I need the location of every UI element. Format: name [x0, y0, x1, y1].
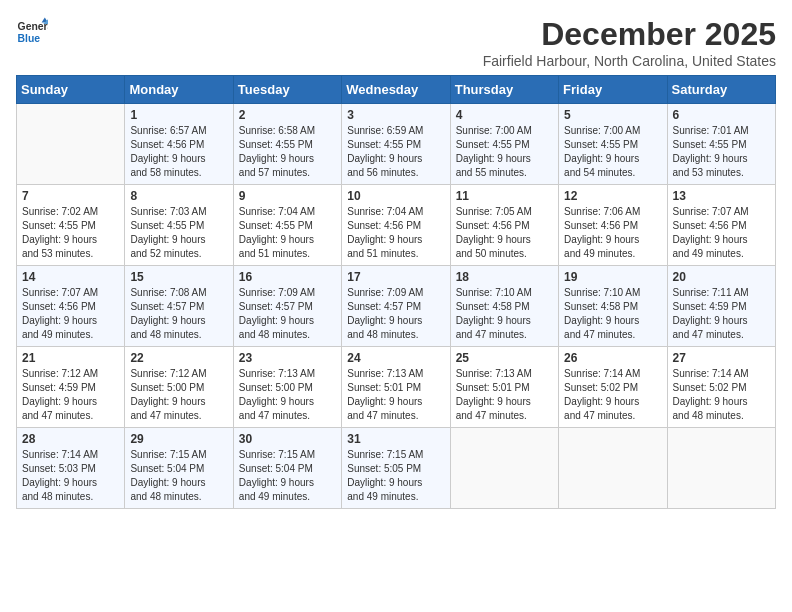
cell-info: Daylight: 9 hours: [564, 395, 661, 409]
cell-info: and 54 minutes.: [564, 166, 661, 180]
cell-info: Daylight: 9 hours: [673, 152, 770, 166]
cell-info: and 53 minutes.: [22, 247, 119, 261]
cell-info: Sunrise: 7:04 AM: [239, 205, 336, 219]
cell-info: and 47 minutes.: [456, 328, 553, 342]
cell-info: and 48 minutes.: [239, 328, 336, 342]
cell-info: Daylight: 9 hours: [22, 233, 119, 247]
cell-info: Sunset: 5:02 PM: [673, 381, 770, 395]
day-number: 7: [22, 189, 119, 203]
cell-info: Sunset: 4:55 PM: [347, 138, 444, 152]
cell-info: Sunrise: 6:57 AM: [130, 124, 227, 138]
cell-info: Sunrise: 6:59 AM: [347, 124, 444, 138]
cell-info: Daylight: 9 hours: [564, 233, 661, 247]
calendar-cell: 22Sunrise: 7:12 AMSunset: 5:00 PMDayligh…: [125, 347, 233, 428]
calendar-cell: 12Sunrise: 7:06 AMSunset: 4:56 PMDayligh…: [559, 185, 667, 266]
day-number: 18: [456, 270, 553, 284]
day-number: 27: [673, 351, 770, 365]
cell-info: Sunset: 4:56 PM: [564, 219, 661, 233]
cell-info: and 48 minutes.: [347, 328, 444, 342]
cell-info: Daylight: 9 hours: [22, 395, 119, 409]
cell-info: and 47 minutes.: [239, 409, 336, 423]
cell-info: Sunset: 4:55 PM: [239, 219, 336, 233]
cell-info: Daylight: 9 hours: [347, 314, 444, 328]
month-title: December 2025: [483, 16, 776, 53]
calendar-cell: 26Sunrise: 7:14 AMSunset: 5:02 PMDayligh…: [559, 347, 667, 428]
cell-info: Daylight: 9 hours: [673, 233, 770, 247]
cell-info: and 48 minutes.: [22, 490, 119, 504]
column-header-wednesday: Wednesday: [342, 76, 450, 104]
cell-info: Sunset: 4:55 PM: [130, 219, 227, 233]
cell-info: and 49 minutes.: [347, 490, 444, 504]
cell-info: and 58 minutes.: [130, 166, 227, 180]
svg-text:Blue: Blue: [18, 33, 41, 44]
day-number: 2: [239, 108, 336, 122]
cell-info: Daylight: 9 hours: [130, 476, 227, 490]
calendar-cell: 18Sunrise: 7:10 AMSunset: 4:58 PMDayligh…: [450, 266, 558, 347]
day-number: 5: [564, 108, 661, 122]
cell-info: and 49 minutes.: [564, 247, 661, 261]
cell-info: Sunrise: 6:58 AM: [239, 124, 336, 138]
day-number: 10: [347, 189, 444, 203]
cell-info: Sunset: 4:59 PM: [22, 381, 119, 395]
cell-info: Sunrise: 7:14 AM: [673, 367, 770, 381]
column-header-sunday: Sunday: [17, 76, 125, 104]
cell-info: Daylight: 9 hours: [239, 314, 336, 328]
cell-info: and 48 minutes.: [130, 490, 227, 504]
cell-info: and 47 minutes.: [564, 328, 661, 342]
calendar-cell: [17, 104, 125, 185]
cell-info: Sunrise: 7:13 AM: [456, 367, 553, 381]
cell-info: Sunset: 5:04 PM: [130, 462, 227, 476]
cell-info: Sunrise: 7:10 AM: [456, 286, 553, 300]
cell-info: Daylight: 9 hours: [130, 395, 227, 409]
calendar-cell: 15Sunrise: 7:08 AMSunset: 4:57 PMDayligh…: [125, 266, 233, 347]
calendar-cell: 25Sunrise: 7:13 AMSunset: 5:01 PMDayligh…: [450, 347, 558, 428]
calendar-cell: 29Sunrise: 7:15 AMSunset: 5:04 PMDayligh…: [125, 428, 233, 509]
logo: General Blue: [16, 16, 48, 48]
calendar-cell: 28Sunrise: 7:14 AMSunset: 5:03 PMDayligh…: [17, 428, 125, 509]
cell-info: Sunrise: 7:14 AM: [22, 448, 119, 462]
cell-info: and 49 minutes.: [239, 490, 336, 504]
cell-info: Sunrise: 7:13 AM: [239, 367, 336, 381]
day-number: 19: [564, 270, 661, 284]
cell-info: and 47 minutes.: [564, 409, 661, 423]
cell-info: Sunset: 5:01 PM: [347, 381, 444, 395]
day-number: 13: [673, 189, 770, 203]
cell-info: and 53 minutes.: [673, 166, 770, 180]
cell-info: Sunset: 4:56 PM: [22, 300, 119, 314]
cell-info: Daylight: 9 hours: [239, 233, 336, 247]
calendar-week-row: 7Sunrise: 7:02 AMSunset: 4:55 PMDaylight…: [17, 185, 776, 266]
title-block: December 2025 Fairfield Harbour, North C…: [483, 16, 776, 69]
day-number: 31: [347, 432, 444, 446]
cell-info: Daylight: 9 hours: [347, 395, 444, 409]
cell-info: Sunrise: 7:07 AM: [22, 286, 119, 300]
calendar-cell: 4Sunrise: 7:00 AMSunset: 4:55 PMDaylight…: [450, 104, 558, 185]
cell-info: Sunset: 5:02 PM: [564, 381, 661, 395]
calendar-cell: 10Sunrise: 7:04 AMSunset: 4:56 PMDayligh…: [342, 185, 450, 266]
calendar-cell: 7Sunrise: 7:02 AMSunset: 4:55 PMDaylight…: [17, 185, 125, 266]
cell-info: Daylight: 9 hours: [456, 395, 553, 409]
day-number: 8: [130, 189, 227, 203]
cell-info: Sunset: 4:55 PM: [239, 138, 336, 152]
cell-info: Daylight: 9 hours: [456, 314, 553, 328]
cell-info: Daylight: 9 hours: [347, 476, 444, 490]
cell-info: Daylight: 9 hours: [673, 314, 770, 328]
cell-info: and 52 minutes.: [130, 247, 227, 261]
cell-info: and 47 minutes.: [347, 409, 444, 423]
cell-info: Sunset: 4:56 PM: [456, 219, 553, 233]
cell-info: Sunrise: 7:04 AM: [347, 205, 444, 219]
day-number: 4: [456, 108, 553, 122]
calendar-cell: 5Sunrise: 7:00 AMSunset: 4:55 PMDaylight…: [559, 104, 667, 185]
cell-info: Sunrise: 7:11 AM: [673, 286, 770, 300]
calendar-cell: 17Sunrise: 7:09 AMSunset: 4:57 PMDayligh…: [342, 266, 450, 347]
cell-info: Sunrise: 7:03 AM: [130, 205, 227, 219]
calendar-cell: 2Sunrise: 6:58 AMSunset: 4:55 PMDaylight…: [233, 104, 341, 185]
cell-info: Sunset: 5:04 PM: [239, 462, 336, 476]
cell-info: Sunset: 5:00 PM: [239, 381, 336, 395]
cell-info: Daylight: 9 hours: [130, 314, 227, 328]
day-number: 28: [22, 432, 119, 446]
day-number: 1: [130, 108, 227, 122]
cell-info: Sunset: 5:01 PM: [456, 381, 553, 395]
calendar-week-row: 14Sunrise: 7:07 AMSunset: 4:56 PMDayligh…: [17, 266, 776, 347]
cell-info: Sunrise: 7:05 AM: [456, 205, 553, 219]
cell-info: and 51 minutes.: [347, 247, 444, 261]
